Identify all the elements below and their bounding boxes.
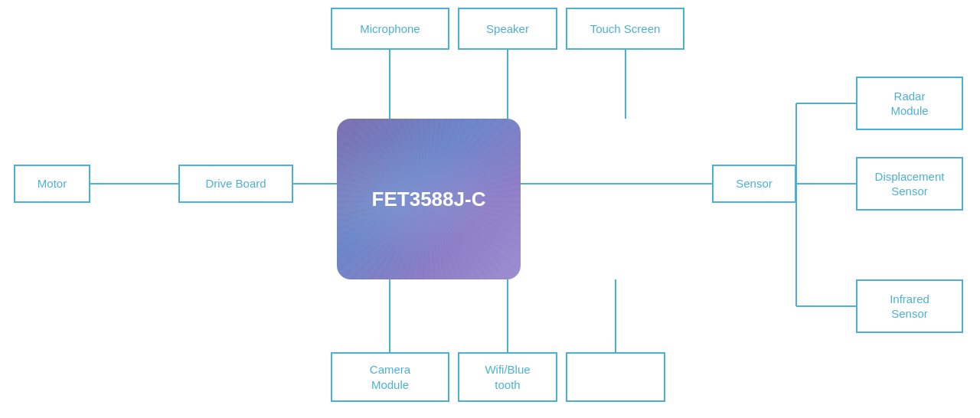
infrared-sensor-box: Infrared Sensor: [856, 279, 963, 333]
displacement-sensor-box: Displacement Sensor: [856, 157, 963, 211]
sensor-box: Sensor: [712, 165, 796, 203]
chip-label: FET3588J-C: [372, 188, 486, 211]
wifi-bluetooth-box: Wifi/Blue tooth: [458, 352, 557, 402]
radar-module-box: Radar Module: [856, 77, 963, 130]
diagram-container: Microphone Speaker Touch Screen Motor Dr…: [0, 0, 980, 418]
speaker-box: Speaker: [458, 8, 557, 50]
center-chip: FET3588J-C: [337, 119, 521, 279]
4g5g-box: [566, 352, 665, 402]
touch-screen-box: Touch Screen: [566, 8, 684, 50]
drive-board-box: Drive Board: [178, 165, 293, 203]
microphone-box: Microphone: [331, 8, 449, 50]
camera-module-box: Camera Module: [331, 352, 449, 402]
motor-box: Motor: [14, 165, 90, 203]
